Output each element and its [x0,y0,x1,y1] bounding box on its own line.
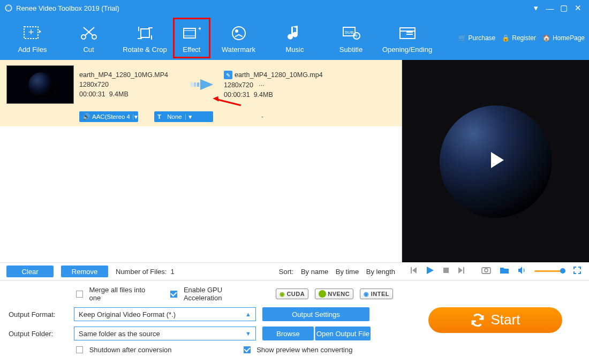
svg-rect-20 [191,82,193,87]
audio-track-dropdown[interactable]: 🔊AAC(Stereo 44… ▼ [79,111,138,122]
intel-badge: ◉INTEL [360,289,393,299]
crop-rotate-icon [135,23,155,43]
merge-checkbox[interactable]: Merge all files into one [76,286,157,302]
next-button[interactable] [457,266,466,277]
scissors-icon [78,23,100,43]
volume-button[interactable] [517,266,527,277]
cart-icon: 🛒 [458,34,466,42]
snapshot-button[interactable] [481,266,492,277]
music-button[interactable]: Music [267,18,323,58]
target-filename: earth_MP4_1280_10MG.mp4 [235,71,323,79]
output-folder-label: Output Folder: [9,330,67,338]
home-icon: 🏠 [542,34,550,42]
file-count-label: Number of Files: 1 [116,268,175,276]
output-format-label: Output Format: [9,310,67,318]
preview-panel [402,60,589,262]
effect-button[interactable]: ✦ Effect [173,18,210,58]
prev-button[interactable] [409,266,418,277]
open-folder-button[interactable] [499,266,510,277]
nvenc-badge: NVENC [315,289,353,299]
maximize-icon[interactable]: ▢ [557,3,571,13]
watermark-button[interactable]: Watermark [210,18,267,58]
watermark-icon [230,23,248,43]
gpu-checkbox[interactable]: Enable GPU Acceleration [170,286,261,302]
svg-point-25 [485,269,488,272]
opening-ending-icon [398,23,417,43]
homepage-link[interactable]: 🏠HomePage [542,34,585,42]
svg-text:✦: ✦ [198,26,201,32]
app-title: Renee Video Toolbox 2019 (Trial) [4,4,529,12]
film-add-icon: + [23,23,42,43]
text-icon: T [157,113,161,120]
source-filename: earth_MP4_1280_10MG.MP4 [79,71,181,79]
subtitle-track-dropdown[interactable]: T None ▼ [154,111,213,122]
opening-ending-button[interactable]: Opening/Ending [379,18,435,58]
subtitle-button[interactable]: SUBT Subtitle [323,18,379,58]
close-icon[interactable]: ✕ [571,3,585,13]
sort-controls: Sort: By name By time By length [274,268,395,276]
remove-button[interactable]: Remove [61,266,108,277]
svg-rect-22 [197,82,199,87]
sort-by-name[interactable]: By name [301,268,328,276]
svg-point-4 [92,35,96,39]
purchase-link[interactable]: 🛒Purchase [458,34,496,42]
cut-button[interactable]: Cut [61,18,117,58]
play-button[interactable] [425,266,435,277]
svg-rect-6 [184,28,195,38]
svg-rect-16 [400,28,415,39]
svg-text:+: + [28,27,34,37]
cuda-badge: ◉CUDA [276,289,308,299]
subtitle-icon: SUBT [342,23,361,43]
stop-button[interactable] [442,267,450,276]
output-format-combo[interactable]: Keep Original Video Format (*.)▲ [74,307,256,321]
effect-icon: ✦ [183,23,201,43]
fullscreen-button[interactable] [573,266,582,277]
sort-by-time[interactable]: By time [336,268,359,276]
source-thumbnail [6,65,74,104]
browse-button[interactable]: Browse [262,327,314,340]
add-files-button[interactable]: + Add Files [4,18,61,58]
sort-by-length[interactable]: By length [366,268,395,276]
rotate-crop-button[interactable]: Rotate & Crop [117,18,173,58]
minimize-icon[interactable]: — [543,4,557,13]
file-row[interactable]: earth_MP4_1280_10MG.MP4 1280x720 00:00:3… [0,60,402,109]
dropdown-menu-icon[interactable]: ▾ [529,3,543,13]
start-button[interactable]: Start [428,307,562,333]
volume-slider[interactable] [534,270,565,272]
svg-rect-21 [194,82,196,87]
svg-text:SUB: SUB [344,30,353,35]
edit-icon[interactable]: ✎ [224,71,232,79]
status-dash: - [229,113,263,120]
register-link[interactable]: 🔒Register [502,34,536,42]
output-settings-button[interactable]: Output Settings [262,307,369,321]
music-note-icon [288,23,303,43]
svg-rect-5 [141,29,149,37]
open-output-button[interactable]: Open Output File [315,327,371,340]
speaker-icon: 🔊 [82,113,90,120]
svg-point-11 [236,30,238,32]
svg-point-3 [81,35,86,39]
preview-play-button[interactable] [484,148,508,175]
lock-icon: 🔒 [502,34,510,42]
output-folder-combo[interactable]: Same folder as the source▼ [74,327,256,340]
source-resolution: 1280x720 [79,81,181,88]
shutdown-checkbox[interactable]: Shutdown after conversion [76,346,172,354]
svg-point-10 [232,27,245,40]
svg-rect-23 [443,268,449,273]
clear-button[interactable]: Clear [6,266,54,277]
svg-text:T: T [355,34,358,39]
preview-checkbox[interactable]: Show preview when converting [244,346,353,354]
